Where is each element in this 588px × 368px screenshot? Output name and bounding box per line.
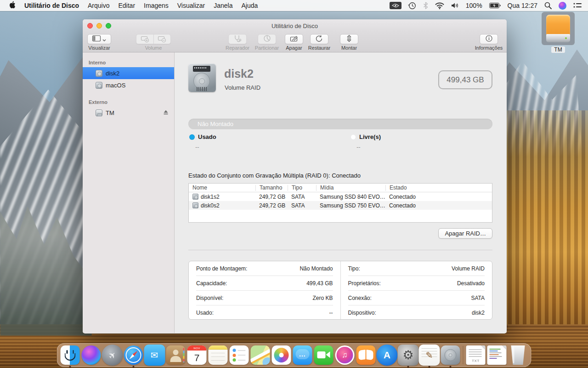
installer-document-icon xyxy=(487,345,507,365)
table-row-disk1s2[interactable]: disk1s2 249,72 GB SATA Samsung SSD 840 E… xyxy=(189,192,492,201)
maps-icon xyxy=(251,345,270,365)
dock-item-photos[interactable] xyxy=(271,345,292,366)
legend-free: Livre(s) xyxy=(351,133,381,140)
column-header-estado[interactable]: Estado xyxy=(385,185,492,191)
running-indicator xyxy=(407,366,409,368)
volume-icon[interactable] xyxy=(451,2,459,9)
dock-item-safari[interactable] xyxy=(123,345,144,366)
menu-item-ajuda[interactable]: Ajuda xyxy=(241,2,258,9)
minimize-button[interactable] xyxy=(96,23,102,29)
messages-bubble-icon: … xyxy=(293,345,312,365)
dock-item-siri[interactable] xyxy=(81,345,102,366)
reminders-icon xyxy=(230,345,249,365)
chevron-down-icon xyxy=(102,35,106,43)
battery-icon[interactable] xyxy=(489,3,501,8)
sidebar-item-macos[interactable]: macOS xyxy=(83,79,174,91)
used-dot-icon xyxy=(189,134,195,140)
apple-menu-icon[interactable] xyxy=(9,1,16,10)
zoom-button[interactable] xyxy=(106,23,111,29)
desktop-icon-tm[interactable]: TM xyxy=(540,12,576,53)
info-device: Dispositivo:disk2 xyxy=(348,305,485,320)
dock-item-messages[interactable]: … xyxy=(292,345,313,366)
dock-item-launchpad[interactable]: ✈ xyxy=(102,345,123,366)
add-volume-button[interactable] xyxy=(136,34,153,44)
internal-drive-icon xyxy=(96,70,102,77)
dock-item-facetime[interactable] xyxy=(313,345,334,366)
dock-item-txt-document[interactable]: TXT xyxy=(465,345,486,366)
dock-item-app-store[interactable]: A xyxy=(377,345,398,366)
dock-item-disk-utility[interactable] xyxy=(440,345,461,366)
dock-item-trash[interactable] xyxy=(508,345,529,366)
bluetooth-icon[interactable] xyxy=(423,2,428,9)
view-button[interactable]: Visualizar xyxy=(83,34,115,51)
column-header-nome[interactable]: Nome xyxy=(189,185,255,191)
drive-icon xyxy=(192,194,198,200)
drive-icon xyxy=(192,202,198,208)
finder-icon xyxy=(61,345,80,365)
dock-item-ibooks[interactable] xyxy=(356,345,377,366)
facetime-camera-icon xyxy=(314,345,334,365)
photos-pinwheel-icon xyxy=(272,345,291,365)
menu-item-janela[interactable]: Janela xyxy=(214,2,232,9)
dock-item-calendar[interactable]: NOV 7 xyxy=(187,345,208,366)
siri-icon xyxy=(82,345,101,365)
time-machine-icon[interactable] xyxy=(408,2,416,10)
window-title: Utilitário de Disco xyxy=(271,23,318,29)
running-indicator xyxy=(450,366,452,368)
menu-item-editar[interactable]: Editar xyxy=(119,2,136,9)
dock-item-finder[interactable] xyxy=(60,345,81,366)
info-used: Usado:-- xyxy=(196,305,333,320)
info-button[interactable]: Informações xyxy=(473,34,505,51)
eject-icon[interactable] xyxy=(163,109,169,116)
siri-menu-icon[interactable] xyxy=(559,2,566,10)
notification-center-icon[interactable] xyxy=(573,2,582,9)
tm-drive-icon xyxy=(546,15,570,42)
legend-used: Usado xyxy=(189,133,216,140)
remove-volume-button[interactable] xyxy=(153,34,171,44)
spotlight-search-icon[interactable] xyxy=(544,2,552,9)
close-button[interactable] xyxy=(87,23,93,29)
dock-item-mail[interactable]: ✉ xyxy=(144,345,165,366)
disk-title: disk2 xyxy=(224,67,254,80)
menu-item-arquivo[interactable]: Arquivo xyxy=(88,2,109,9)
sidebar: Interno disk2 macOS Externo TM xyxy=(83,52,175,333)
mount-button[interactable]: Montar xyxy=(333,34,365,51)
ibooks-open-book-icon xyxy=(356,345,376,365)
dock-item-notes[interactable] xyxy=(208,345,229,366)
menu-app-name[interactable]: Utilitário de Disco xyxy=(24,2,79,9)
menu-item-imagens[interactable]: Imagens xyxy=(144,2,169,9)
running-indicator xyxy=(133,366,135,368)
dock-item-reminders[interactable] xyxy=(229,345,250,366)
dock-item-maps[interactable] xyxy=(250,345,271,366)
pie-chart-icon xyxy=(264,35,271,44)
dock-item-installer-document[interactable] xyxy=(486,345,508,366)
internal-drive-icon xyxy=(96,82,102,89)
sidebar-section-externo: Externo xyxy=(83,98,174,107)
erase-icon xyxy=(290,35,298,44)
column-header-tamanho[interactable]: Tamanho xyxy=(255,185,288,191)
delete-raid-button[interactable]: Apagar RAID… xyxy=(438,228,492,239)
window-titlebar[interactable]: Utilitário de Disco xyxy=(83,19,507,32)
dock-item-system-preferences[interactable]: ⚙ xyxy=(398,345,419,366)
info-connection: Conexão:SATA xyxy=(348,291,485,305)
dock-item-itunes[interactable]: ♫ xyxy=(334,345,356,366)
sidebar-item-tm[interactable]: TM xyxy=(83,107,174,119)
dock-item-textedit[interactable]: ✎ xyxy=(419,345,440,366)
column-header-tipo[interactable]: Tipo xyxy=(288,185,316,191)
notes-icon xyxy=(209,345,228,365)
info-available: Disponível:Zero KB xyxy=(196,291,333,305)
restore-button[interactable]: Restaurar xyxy=(303,34,335,51)
gpu-status-icon[interactable] xyxy=(390,2,401,9)
first-aid-button[interactable]: Reparador xyxy=(221,34,254,51)
info-icon xyxy=(486,35,492,44)
table-row-disk0s2[interactable]: disk0s2 249,72 GB SATA Samsung SSD 750 E… xyxy=(189,201,492,210)
wifi-icon[interactable] xyxy=(435,2,444,9)
info-capacity: Capacidade:499,43 GB xyxy=(196,276,333,291)
sidebar-item-disk2[interactable]: disk2 xyxy=(83,67,174,79)
column-header-midia[interactable]: Mídia xyxy=(316,185,385,191)
menu-item-visualizar[interactable]: Visualizar xyxy=(177,2,205,9)
dock-item-contacts[interactable] xyxy=(165,345,187,366)
table-header-row: Nome Tamanho Tipo Mídia Estado xyxy=(189,184,492,192)
battery-percentage: 100% xyxy=(466,2,482,9)
menu-clock[interactable]: Qua 12:27 xyxy=(508,2,537,9)
